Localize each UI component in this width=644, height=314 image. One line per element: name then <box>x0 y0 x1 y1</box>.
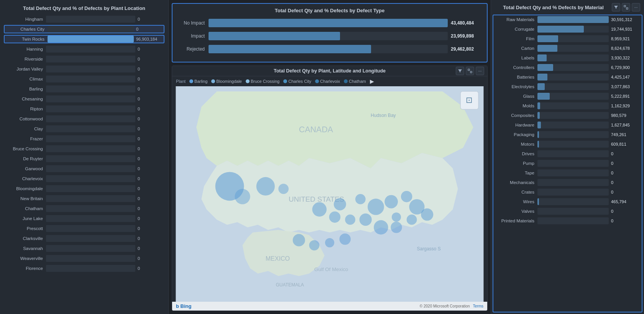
material-row[interactable]: Controllers6,729,900 <box>497 63 638 72</box>
bar-track <box>46 155 135 162</box>
right-more-button[interactable]: ··· <box>632 3 640 12</box>
material-row[interactable]: Film8,959,921 <box>497 35 638 43</box>
rbar-fill <box>537 102 540 109</box>
plant-location-row[interactable]: Prescott0 <box>4 224 164 233</box>
svg-point-16 <box>368 199 384 215</box>
material-row[interactable]: Pump0 <box>497 159 638 168</box>
rbar-track <box>537 131 609 138</box>
bar-value: 0 <box>138 146 164 151</box>
bar-track <box>46 76 135 82</box>
plant-location-row[interactable]: Clarksville0 <box>4 234 164 243</box>
defect-bar-track <box>209 45 448 53</box>
bar-track <box>46 215 135 222</box>
rbar-value: 0 <box>611 190 638 194</box>
material-label: Tape <box>497 171 537 175</box>
plant-location-row[interactable]: June Lake0 <box>4 214 164 223</box>
plant-label: Bloomingdale <box>4 186 46 191</box>
plant-location-row[interactable]: Garwood0 <box>4 164 164 173</box>
plant-location-row[interactable]: Bruce Crossing0 <box>4 145 164 153</box>
plant-location-row[interactable]: Charlevoix0 <box>4 174 164 183</box>
plant-location-row[interactable]: Chatham0 <box>4 204 164 213</box>
map-more-button[interactable]: ··· <box>476 67 484 75</box>
plant-label: De Ruyter <box>4 156 46 161</box>
rbar-fill <box>537 45 557 52</box>
defect-bar-fill <box>209 19 448 27</box>
bar-track <box>46 265 135 272</box>
material-row[interactable]: Corrugate19,744,931 <box>497 25 638 33</box>
plant-label: Frazer <box>4 136 46 141</box>
defect-type-row[interactable]: No Impact43,480,484 <box>178 18 481 28</box>
material-row[interactable]: Glass5,222,891 <box>497 92 638 100</box>
material-row[interactable]: Crates0 <box>497 188 638 196</box>
plant-label: Charles City <box>5 27 48 31</box>
rbar-value: 0 <box>611 219 638 223</box>
material-row[interactable]: Carton8,624,678 <box>497 44 638 53</box>
plant-location-row[interactable]: New Britain0 <box>4 194 164 203</box>
plant-label: New Britain <box>4 196 46 201</box>
material-row[interactable]: Mechanicals0 <box>497 178 638 187</box>
right-filter-button[interactable] <box>612 3 620 12</box>
plant-location-row[interactable]: Bloomingdale0 <box>4 184 164 193</box>
map-expand-button[interactable] <box>466 67 474 75</box>
plant-location-row[interactable]: Barling0 <box>4 85 164 93</box>
plant-location-row[interactable]: Frazer0 <box>4 135 164 143</box>
plant-location-row[interactable]: Jordan Valley0 <box>4 65 164 73</box>
bar-value: 0 <box>138 246 164 251</box>
bar-track <box>46 205 135 212</box>
plant-location-row[interactable]: Riverside0 <box>4 55 164 63</box>
material-label: Batteries <box>497 75 537 79</box>
material-row[interactable]: Motors609,811 <box>497 140 638 148</box>
plant-location-row[interactable]: Savannah0 <box>4 244 164 253</box>
defect-type-row[interactable]: Rejected29,462,802 <box>178 44 481 54</box>
plant-label: Florence <box>4 266 46 271</box>
plant-location-row[interactable]: Twin Rocks96,903,184 <box>4 35 164 43</box>
defect-type-row[interactable]: Impact23,959,898 <box>178 31 481 41</box>
legend-next-arrow[interactable]: ▶ <box>370 78 374 84</box>
plant-location-row[interactable]: Hingham0 <box>4 15 164 23</box>
rbar-value: 0 <box>611 161 638 166</box>
svg-point-21 <box>407 215 417 225</box>
rbar-value: 8,624,678 <box>611 46 638 51</box>
material-row[interactable]: Labels3,930,322 <box>497 54 638 62</box>
map-filter-button[interactable] <box>456 67 464 75</box>
plant-location-row[interactable]: Cottonwood0 <box>4 115 164 123</box>
terms-link[interactable]: Terms <box>473 304 483 308</box>
plant-location-row[interactable]: Hanning0 <box>4 45 164 53</box>
plant-location-row[interactable]: Climax0 <box>4 75 164 83</box>
material-row[interactable]: Packaging749,261 <box>497 130 638 139</box>
material-label: Hardware <box>497 123 537 127</box>
rbar-track <box>537 217 609 224</box>
rbar-fill <box>537 141 539 148</box>
plant-location-row[interactable]: Ripton0 <box>4 105 164 113</box>
plant-location-row[interactable]: Florence0 <box>4 264 164 273</box>
bar-value: 0 <box>138 196 164 201</box>
legend-item-chatham: Chatham <box>344 79 366 84</box>
material-bar-list: Raw Materials30,591,312Corrugate19,744,9… <box>493 15 642 312</box>
material-row[interactable]: Wires465,794 <box>497 197 638 206</box>
material-row[interactable]: Composites980,579 <box>497 111 638 120</box>
rbar-fill <box>537 83 545 90</box>
material-row[interactable]: Molds1,162,929 <box>497 102 638 110</box>
material-row[interactable]: Raw Materials30,591,312 <box>497 15 638 24</box>
material-label: Carton <box>497 46 537 51</box>
material-row[interactable]: Printed Materials0 <box>497 217 638 225</box>
right-expand-button[interactable] <box>622 3 630 12</box>
svg-point-27 <box>325 238 334 247</box>
material-row[interactable]: Tape0 <box>497 169 638 177</box>
material-row[interactable]: Batteries4,425,147 <box>497 73 638 81</box>
material-row[interactable]: Hardware1,627,845 <box>497 121 638 129</box>
material-row[interactable]: Valves0 <box>497 207 638 215</box>
plant-location-row[interactable]: Chesaning0 <box>4 95 164 103</box>
material-label: Electrolytes <box>497 84 537 89</box>
svg-point-28 <box>339 233 350 245</box>
plant-location-row[interactable]: De Ruyter0 <box>4 155 164 163</box>
plant-location-row[interactable]: Charles City0 <box>4 25 164 33</box>
plant-location-row[interactable]: Weaverville0 <box>4 254 164 263</box>
map-body: Gulf Of Mexico CANADA UNITED STATES MEXI… <box>172 86 487 302</box>
material-row[interactable]: Electrolytes3,077,863 <box>497 82 638 91</box>
rbar-value: 30,591,312 <box>611 17 638 22</box>
plant-location-row[interactable]: Clay0 <box>4 125 164 133</box>
material-row[interactable]: Drives0 <box>497 150 638 158</box>
bar-track <box>46 85 135 92</box>
defect-type-label: Rejected <box>178 46 209 52</box>
